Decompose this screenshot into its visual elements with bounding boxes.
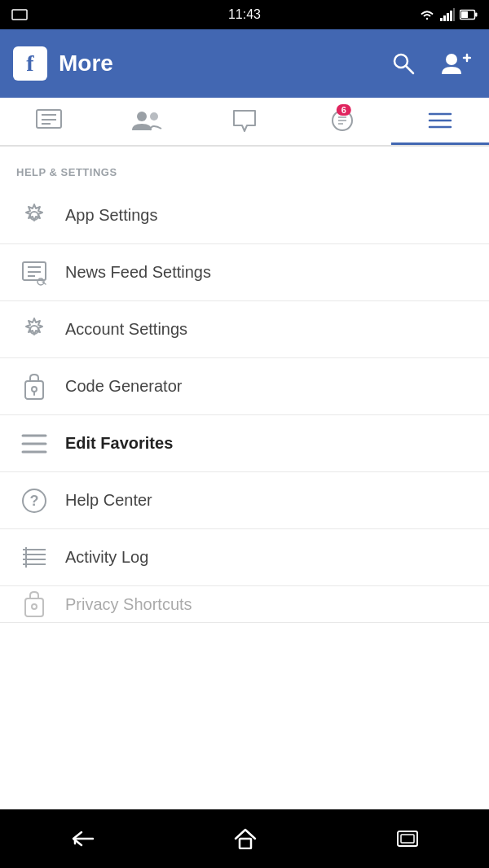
- notifications-badge: 6: [337, 104, 351, 116]
- app-header: f More: [0, 29, 489, 98]
- code-generator-icon: [16, 373, 52, 401]
- screen-icon: [11, 9, 28, 20]
- app-settings-icon: [16, 203, 52, 229]
- help-center-icon: ?: [16, 488, 52, 514]
- svg-rect-0: [12, 10, 27, 20]
- privacy-shortcuts-label: Privacy Shortcuts: [65, 595, 192, 614]
- privacy-shortcuts-icon: [16, 590, 52, 618]
- status-bar-left: [11, 9, 28, 20]
- code-generator-item[interactable]: Code Generator: [0, 358, 489, 415]
- status-bar-time: 11:43: [228, 7, 261, 22]
- battery-icon: [460, 9, 478, 20]
- section-header-label: HELP & SETTINGS: [16, 166, 117, 178]
- home-icon: [234, 828, 257, 849]
- recents-icon: [396, 830, 419, 848]
- activity-log-label: Activity Log: [65, 548, 148, 567]
- svg-point-18: [137, 112, 147, 121]
- account-settings-item[interactable]: Account Settings: [0, 301, 489, 358]
- nav-recents-button[interactable]: [372, 822, 443, 856]
- app-settings-label: App Settings: [65, 206, 157, 225]
- privacy-shortcuts-item[interactable]: Privacy Shortcuts: [0, 586, 489, 623]
- account-settings-icon: [16, 317, 52, 343]
- help-settings-section-header: HELP & SETTINGS: [0, 147, 489, 187]
- activity-log-icon: [16, 546, 52, 570]
- svg-rect-3: [447, 13, 449, 21]
- friends-tab-icon: [131, 109, 162, 132]
- tab-messages[interactable]: [196, 98, 293, 145]
- svg-rect-4: [450, 11, 452, 21]
- more-tab-icon: [428, 111, 452, 130]
- tab-news-feed[interactable]: [0, 98, 98, 145]
- search-button[interactable]: [386, 46, 421, 81]
- svg-rect-1: [440, 18, 443, 21]
- header-actions: [386, 46, 476, 81]
- account-settings-label: Account Settings: [65, 320, 187, 339]
- svg-rect-7: [475, 13, 478, 17]
- search-icon: [391, 51, 416, 76]
- svg-rect-8: [461, 11, 468, 18]
- svg-rect-2: [443, 15, 446, 21]
- edit-favorites-item[interactable]: Edit Favorites: [0, 415, 489, 472]
- messages-tab-icon: [232, 109, 257, 132]
- svg-line-10: [406, 66, 413, 73]
- bottom-navigation: [0, 809, 489, 868]
- news-feed-tab-icon: [36, 109, 62, 132]
- help-center-item[interactable]: ? Help Center: [0, 472, 489, 529]
- friend-requests-icon: [442, 51, 471, 76]
- wifi-icon: [419, 8, 435, 21]
- svg-rect-52: [401, 835, 414, 843]
- svg-text:?: ?: [30, 493, 39, 509]
- fb-letter: f: [26, 52, 33, 75]
- nav-home-button[interactable]: [209, 820, 281, 857]
- news-feed-settings-icon: [16, 260, 52, 286]
- svg-rect-5: [453, 8, 455, 21]
- page-title: More: [59, 50, 386, 77]
- help-center-label: Help Center: [65, 491, 152, 510]
- status-bar: 11:43: [0, 0, 489, 29]
- back-icon: [70, 829, 95, 848]
- tab-notifications[interactable]: 6: [293, 98, 391, 145]
- tab-more[interactable]: [391, 98, 489, 145]
- news-feed-settings-item[interactable]: News Feed Settings: [0, 244, 489, 301]
- svg-rect-34: [25, 381, 43, 399]
- tab-bar: 6: [0, 98, 489, 147]
- status-bar-icons: [419, 8, 478, 21]
- tab-friends[interactable]: [98, 98, 196, 145]
- svg-rect-50: [240, 839, 251, 848]
- friend-requests-button[interactable]: [437, 46, 476, 81]
- edit-favorites-label: Edit Favorites: [65, 434, 173, 453]
- signal-icon: [440, 8, 455, 21]
- svg-point-48: [32, 604, 37, 609]
- nav-back-button[interactable]: [46, 821, 119, 857]
- app-settings-item[interactable]: App Settings: [0, 187, 489, 244]
- edit-favorites-icon: [16, 432, 52, 455]
- svg-point-19: [150, 112, 158, 121]
- facebook-logo: f: [13, 46, 47, 81]
- news-feed-settings-label: News Feed Settings: [65, 263, 211, 282]
- svg-rect-47: [25, 598, 43, 616]
- code-generator-label: Code Generator: [65, 377, 182, 396]
- svg-point-11: [446, 54, 457, 65]
- main-content: HELP & SETTINGS App Settings News Feed S…: [0, 147, 489, 623]
- activity-log-item[interactable]: Activity Log: [0, 529, 489, 586]
